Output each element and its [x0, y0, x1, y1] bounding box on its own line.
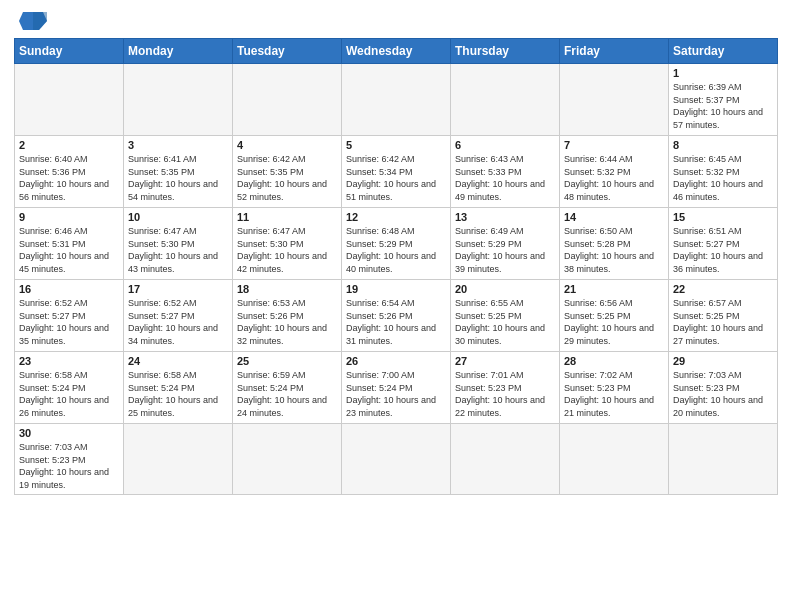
svg-marker-1	[33, 12, 47, 30]
day-info: Sunrise: 6:45 AM Sunset: 5:32 PM Dayligh…	[673, 153, 773, 203]
calendar-cell	[560, 64, 669, 136]
calendar-cell	[15, 64, 124, 136]
day-info: Sunrise: 7:03 AM Sunset: 5:23 PM Dayligh…	[19, 441, 119, 491]
calendar-cell	[342, 64, 451, 136]
day-info: Sunrise: 7:03 AM Sunset: 5:23 PM Dayligh…	[673, 369, 773, 419]
day-number: 2	[19, 139, 119, 151]
calendar-week-row: 9Sunrise: 6:46 AM Sunset: 5:31 PM Daylig…	[15, 208, 778, 280]
calendar-cell: 9Sunrise: 6:46 AM Sunset: 5:31 PM Daylig…	[15, 208, 124, 280]
day-number: 8	[673, 139, 773, 151]
day-number: 4	[237, 139, 337, 151]
day-number: 7	[564, 139, 664, 151]
calendar-cell: 1Sunrise: 6:39 AM Sunset: 5:37 PM Daylig…	[669, 64, 778, 136]
calendar-cell: 6Sunrise: 6:43 AM Sunset: 5:33 PM Daylig…	[451, 136, 560, 208]
day-info: Sunrise: 6:47 AM Sunset: 5:30 PM Dayligh…	[237, 225, 337, 275]
calendar-week-row: 2Sunrise: 6:40 AM Sunset: 5:36 PM Daylig…	[15, 136, 778, 208]
calendar-cell: 13Sunrise: 6:49 AM Sunset: 5:29 PM Dayli…	[451, 208, 560, 280]
day-number: 26	[346, 355, 446, 367]
day-number: 16	[19, 283, 119, 295]
day-info: Sunrise: 6:42 AM Sunset: 5:34 PM Dayligh…	[346, 153, 446, 203]
calendar-cell: 27Sunrise: 7:01 AM Sunset: 5:23 PM Dayli…	[451, 352, 560, 424]
day-number: 14	[564, 211, 664, 223]
day-number: 21	[564, 283, 664, 295]
day-number: 18	[237, 283, 337, 295]
calendar-cell: 17Sunrise: 6:52 AM Sunset: 5:27 PM Dayli…	[124, 280, 233, 352]
calendar-week-row: 23Sunrise: 6:58 AM Sunset: 5:24 PM Dayli…	[15, 352, 778, 424]
calendar-cell	[669, 424, 778, 495]
calendar-cell	[451, 64, 560, 136]
logo-icon	[19, 10, 47, 32]
calendar-cell: 11Sunrise: 6:47 AM Sunset: 5:30 PM Dayli…	[233, 208, 342, 280]
weekday-header-saturday: Saturday	[669, 39, 778, 64]
day-number: 11	[237, 211, 337, 223]
logo-area	[14, 10, 47, 32]
day-number: 29	[673, 355, 773, 367]
calendar-cell	[451, 424, 560, 495]
day-info: Sunrise: 6:52 AM Sunset: 5:27 PM Dayligh…	[128, 297, 228, 347]
day-info: Sunrise: 6:57 AM Sunset: 5:25 PM Dayligh…	[673, 297, 773, 347]
calendar-cell: 28Sunrise: 7:02 AM Sunset: 5:23 PM Dayli…	[560, 352, 669, 424]
day-number: 15	[673, 211, 773, 223]
day-info: Sunrise: 6:54 AM Sunset: 5:26 PM Dayligh…	[346, 297, 446, 347]
day-info: Sunrise: 6:48 AM Sunset: 5:29 PM Dayligh…	[346, 225, 446, 275]
calendar-cell	[560, 424, 669, 495]
calendar-cell: 12Sunrise: 6:48 AM Sunset: 5:29 PM Dayli…	[342, 208, 451, 280]
calendar-cell: 2Sunrise: 6:40 AM Sunset: 5:36 PM Daylig…	[15, 136, 124, 208]
calendar-header-row: SundayMondayTuesdayWednesdayThursdayFrid…	[15, 39, 778, 64]
day-number: 3	[128, 139, 228, 151]
calendar-cell: 8Sunrise: 6:45 AM Sunset: 5:32 PM Daylig…	[669, 136, 778, 208]
weekday-header-monday: Monday	[124, 39, 233, 64]
day-info: Sunrise: 6:56 AM Sunset: 5:25 PM Dayligh…	[564, 297, 664, 347]
calendar-cell: 21Sunrise: 6:56 AM Sunset: 5:25 PM Dayli…	[560, 280, 669, 352]
day-info: Sunrise: 6:58 AM Sunset: 5:24 PM Dayligh…	[128, 369, 228, 419]
page: SundayMondayTuesdayWednesdayThursdayFrid…	[0, 0, 792, 612]
calendar-cell	[233, 64, 342, 136]
calendar-cell: 18Sunrise: 6:53 AM Sunset: 5:26 PM Dayli…	[233, 280, 342, 352]
day-number: 20	[455, 283, 555, 295]
calendar-cell: 26Sunrise: 7:00 AM Sunset: 5:24 PM Dayli…	[342, 352, 451, 424]
day-number: 10	[128, 211, 228, 223]
day-number: 5	[346, 139, 446, 151]
weekday-header-tuesday: Tuesday	[233, 39, 342, 64]
weekday-header-thursday: Thursday	[451, 39, 560, 64]
day-info: Sunrise: 6:51 AM Sunset: 5:27 PM Dayligh…	[673, 225, 773, 275]
day-info: Sunrise: 6:50 AM Sunset: 5:28 PM Dayligh…	[564, 225, 664, 275]
day-info: Sunrise: 6:52 AM Sunset: 5:27 PM Dayligh…	[19, 297, 119, 347]
day-info: Sunrise: 6:42 AM Sunset: 5:35 PM Dayligh…	[237, 153, 337, 203]
day-info: Sunrise: 6:58 AM Sunset: 5:24 PM Dayligh…	[19, 369, 119, 419]
calendar-cell: 25Sunrise: 6:59 AM Sunset: 5:24 PM Dayli…	[233, 352, 342, 424]
day-info: Sunrise: 6:55 AM Sunset: 5:25 PM Dayligh…	[455, 297, 555, 347]
weekday-header-sunday: Sunday	[15, 39, 124, 64]
day-number: 23	[19, 355, 119, 367]
day-number: 9	[19, 211, 119, 223]
calendar-cell: 14Sunrise: 6:50 AM Sunset: 5:28 PM Dayli…	[560, 208, 669, 280]
header	[14, 10, 778, 32]
day-number: 12	[346, 211, 446, 223]
day-info: Sunrise: 6:44 AM Sunset: 5:32 PM Dayligh…	[564, 153, 664, 203]
day-number: 24	[128, 355, 228, 367]
day-info: Sunrise: 6:53 AM Sunset: 5:26 PM Dayligh…	[237, 297, 337, 347]
day-number: 19	[346, 283, 446, 295]
calendar-cell: 16Sunrise: 6:52 AM Sunset: 5:27 PM Dayli…	[15, 280, 124, 352]
day-info: Sunrise: 7:01 AM Sunset: 5:23 PM Dayligh…	[455, 369, 555, 419]
day-info: Sunrise: 6:47 AM Sunset: 5:30 PM Dayligh…	[128, 225, 228, 275]
calendar-table: SundayMondayTuesdayWednesdayThursdayFrid…	[14, 38, 778, 495]
day-number: 27	[455, 355, 555, 367]
calendar-cell: 19Sunrise: 6:54 AM Sunset: 5:26 PM Dayli…	[342, 280, 451, 352]
day-info: Sunrise: 6:40 AM Sunset: 5:36 PM Dayligh…	[19, 153, 119, 203]
calendar-cell: 20Sunrise: 6:55 AM Sunset: 5:25 PM Dayli…	[451, 280, 560, 352]
calendar-cell	[233, 424, 342, 495]
calendar-week-row: 30Sunrise: 7:03 AM Sunset: 5:23 PM Dayli…	[15, 424, 778, 495]
calendar-cell	[342, 424, 451, 495]
calendar-cell: 29Sunrise: 7:03 AM Sunset: 5:23 PM Dayli…	[669, 352, 778, 424]
calendar-week-row: 1Sunrise: 6:39 AM Sunset: 5:37 PM Daylig…	[15, 64, 778, 136]
calendar-cell	[124, 64, 233, 136]
day-number: 13	[455, 211, 555, 223]
weekday-header-wednesday: Wednesday	[342, 39, 451, 64]
calendar-cell: 23Sunrise: 6:58 AM Sunset: 5:24 PM Dayli…	[15, 352, 124, 424]
day-number: 30	[19, 427, 119, 439]
logo	[14, 10, 47, 32]
calendar-cell: 4Sunrise: 6:42 AM Sunset: 5:35 PM Daylig…	[233, 136, 342, 208]
calendar-cell: 7Sunrise: 6:44 AM Sunset: 5:32 PM Daylig…	[560, 136, 669, 208]
day-info: Sunrise: 6:49 AM Sunset: 5:29 PM Dayligh…	[455, 225, 555, 275]
